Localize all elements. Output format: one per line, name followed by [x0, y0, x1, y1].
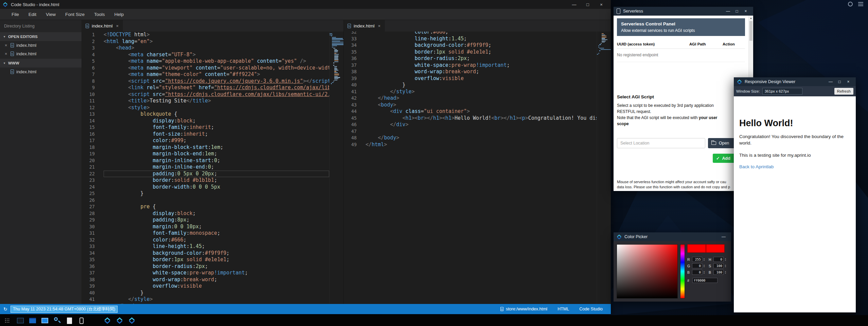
menu-edit[interactable]: Edit: [24, 9, 41, 20]
menu-view[interactable]: View: [41, 9, 60, 20]
serverless-window: Serverless — □ × Serverless Control Pane…: [614, 7, 753, 191]
code-line: color:#999;: [104, 137, 329, 144]
code-line: border-radius:2px;: [104, 263, 329, 270]
close-button[interactable]: ×: [595, 2, 608, 7]
stepper-icon[interactable]: ▲▼: [725, 258, 727, 261]
code-editor[interactable]: <!DOCTYPE html><html lang="en"> <head> <…: [99, 32, 329, 304]
code-line: border-radius:2px;: [366, 55, 597, 62]
minimap[interactable]: [329, 32, 343, 304]
menu-tools[interactable]: Tools: [89, 9, 110, 20]
maximize-button[interactable]: □: [835, 79, 844, 84]
text-editor-app-icon[interactable]: [65, 317, 73, 325]
serverless-app-icon[interactable]: [77, 317, 86, 325]
maximize-button[interactable]: □: [581, 2, 595, 7]
menu-font-size[interactable]: Font Size: [60, 9, 89, 20]
code-line: color:#666;: [366, 32, 597, 36]
stepper-icon[interactable]: ▲▼: [725, 264, 727, 267]
close-file-icon[interactable]: ×: [4, 43, 8, 48]
channel-input-B[interactable]: 100: [713, 270, 724, 275]
status-app-name: Code Studio: [579, 307, 603, 311]
status-file-path: store:/www/index.html: [506, 307, 547, 311]
stepper-icon[interactable]: ▲▼: [725, 271, 727, 274]
code-line: </style>: [366, 89, 597, 95]
tab-index.html[interactable]: index.html×: [82, 20, 123, 32]
sidebar-section-www[interactable]: ▼WWW: [0, 59, 82, 68]
window-size-label: Window Size:: [736, 89, 760, 93]
menu-file[interactable]: File: [7, 9, 24, 20]
editor-pane-left: index.html×12345678910111213141516171819…: [82, 20, 343, 304]
minimap[interactable]: [597, 32, 611, 304]
warning-line: Misuse of serverless function might affe…: [617, 179, 745, 185]
channel-input-H[interactable]: 0: [713, 257, 724, 262]
minimize-button[interactable]: —: [724, 9, 732, 14]
refresh-icon[interactable]: [848, 2, 853, 6]
column-header-agi-path: AGI Path: [689, 42, 723, 46]
close-button[interactable]: ×: [741, 9, 750, 14]
ide-menubar: FileEditViewFont SizeToolsHelp: [0, 9, 611, 20]
sidebar-section-open-editors[interactable]: ▼OPEN EDITORS: [0, 32, 82, 41]
code-line: white-space:pre-wrap!important;: [104, 270, 329, 276]
hex-input[interactable]: ff0000: [692, 278, 718, 283]
tab-index.html[interactable]: index.html×: [344, 20, 385, 32]
stepper-icon[interactable]: ▲▼: [703, 258, 706, 261]
sidebar-item-index.html[interactable]: ×index.html: [0, 41, 82, 50]
stepper-icon[interactable]: ▲▼: [703, 264, 706, 267]
channel-input-G[interactable]: 0: [692, 263, 702, 268]
scrollbar-thumb[interactable]: [749, 21, 752, 41]
code-studio-app-icon-2[interactable]: [116, 317, 124, 325]
viewer-titlebar[interactable]: Responsive Design Viewer — □ ×: [734, 77, 856, 86]
serverless-titlebar[interactable]: Serverless — □ ×: [614, 7, 753, 16]
sync-icon[interactable]: ↻: [3, 306, 7, 312]
code-editor[interactable]: color:#666; line-height:1.45; background…: [361, 32, 597, 304]
code-line: margin-inline-end:0;: [104, 164, 329, 171]
saturation-value-area[interactable]: [617, 244, 678, 299]
color-picker-titlebar[interactable]: Color Picker —: [614, 232, 731, 241]
tab-label: index.html: [92, 23, 113, 28]
menu-icon[interactable]: [858, 2, 863, 6]
minimize-button[interactable]: —: [826, 79, 835, 84]
tab-close-icon[interactable]: ×: [116, 23, 119, 28]
tab-close-icon[interactable]: ×: [378, 23, 381, 28]
terminal-app-icon[interactable]: [16, 317, 24, 325]
code-line: word-wrap:break-word;: [104, 276, 329, 283]
start-button[interactable]: [1, 315, 13, 326]
refresh-button[interactable]: Refresh: [834, 88, 853, 95]
channel-label-B: B: [709, 270, 712, 274]
sidebar-item-index.html[interactable]: index.html: [0, 68, 82, 76]
browser-app-icon[interactable]: [41, 317, 49, 325]
code-line: padding:8px;: [104, 217, 329, 224]
maximize-button[interactable]: □: [732, 9, 741, 14]
stepper-icon[interactable]: ▲▼: [703, 271, 706, 274]
code-studio-app-icon-3[interactable]: [128, 317, 136, 325]
serverless-description: Select a script to be executed by 3rd pa…: [617, 102, 745, 127]
search-app-icon[interactable]: [53, 317, 61, 325]
page-paragraph: This is a testing site for my.aprint.io: [739, 152, 850, 158]
minimize-button[interactable]: —: [567, 2, 581, 7]
code-line: display:block;: [104, 118, 329, 124]
file-icon: [86, 24, 89, 28]
channel-input-R[interactable]: 255: [692, 257, 702, 262]
menu-help[interactable]: Help: [110, 9, 129, 20]
code-line: font-family:inherit;: [104, 124, 329, 131]
close-file-icon[interactable]: ×: [4, 51, 8, 56]
scroll-up-icon[interactable]: ▲: [749, 16, 753, 21]
sidebar-item-index.html[interactable]: ×index.html: [0, 50, 82, 58]
warning-line: data loss. Please use this function with…: [617, 185, 745, 190]
code-line: <head>: [104, 45, 329, 52]
back-to-aprintlab-link[interactable]: Back to Aprintlab: [739, 164, 850, 169]
window-size-input[interactable]: 361px x 627px: [762, 88, 802, 95]
code-studio-app-icon[interactable]: [103, 317, 111, 325]
file-icon: [11, 70, 14, 74]
code-line: [366, 128, 597, 135]
close-button[interactable]: ×: [844, 79, 853, 84]
hex-label: #: [687, 279, 691, 283]
files-app-icon[interactable]: [29, 317, 37, 325]
hue-slider[interactable]: [680, 244, 685, 299]
ide-titlebar[interactable]: Code Studio - index.html — □ ×: [0, 0, 611, 9]
status-language[interactable]: HTML: [557, 307, 569, 311]
channel-input-S[interactable]: 100: [713, 263, 724, 268]
code-line: <link rel="stylesheet" href="https://cdn…: [104, 84, 329, 91]
minimize-button[interactable]: —: [719, 234, 728, 239]
script-location-input[interactable]: Select Location: [617, 138, 705, 148]
channel-input-B[interactable]: 0: [692, 270, 702, 275]
